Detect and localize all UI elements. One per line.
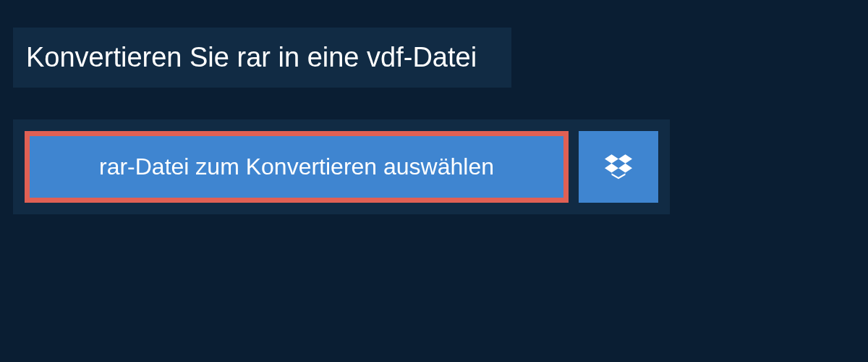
dropbox-button[interactable] [579, 131, 658, 203]
dropbox-icon [605, 152, 632, 182]
select-file-button[interactable]: rar-Datei zum Konvertieren auswählen [25, 131, 569, 203]
page-title: Konvertieren Sie rar in eine vdf-Datei [13, 28, 511, 88]
file-picker-panel: rar-Datei zum Konvertieren auswählen [13, 119, 670, 214]
select-file-label: rar-Datei zum Konvertieren auswählen [99, 153, 494, 180]
